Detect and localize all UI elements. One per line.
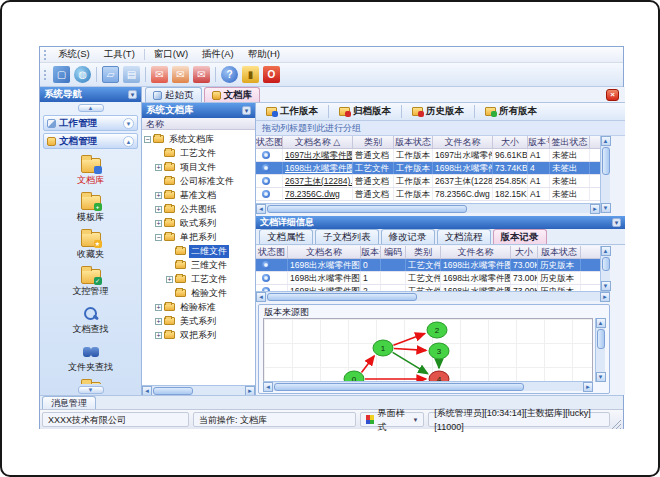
tab-版本记录[interactable]: 版本记录 — [493, 229, 547, 244]
column-header-版本状态[interactable]: 版本状态 — [538, 246, 581, 258]
expand-icon[interactable]: + — [155, 304, 162, 311]
mail-forward-icon[interactable]: ✉ — [172, 66, 189, 83]
scroll-right-icon[interactable]: ► — [600, 292, 610, 302]
collapse-icon[interactable]: − — [155, 234, 162, 241]
graph-node-3[interactable]: 3 — [429, 343, 449, 359]
mail-icon[interactable]: ✉ — [151, 66, 168, 83]
sidebar-item-文档库[interactable]: 文档库 — [46, 153, 136, 189]
sidebar-item-文档查找[interactable]: 文档查找 — [46, 301, 136, 338]
monitor-icon[interactable]: ▢ — [53, 66, 70, 83]
version-graph-canvas[interactable]: 01234 — [263, 318, 593, 382]
tree-item-公共图纸[interactable]: +公共图纸 — [142, 202, 255, 216]
scrollbar-thumb[interactable] — [602, 257, 610, 271]
graph-node-1[interactable]: 1 — [373, 340, 393, 356]
scroll-left-icon[interactable]: ◄ — [142, 386, 152, 396]
expand-icon[interactable]: + — [155, 318, 162, 325]
scroll-left-icon[interactable]: ◄ — [256, 292, 266, 302]
version-table-horizontal-scrollbar[interactable]: ◄ ► — [256, 291, 610, 301]
graph-node-2[interactable]: 2 — [427, 322, 447, 338]
column-header-文件名称[interactable]: 文件名称 — [433, 136, 493, 148]
column-header-签出状态[interactable]: 签出状态 — [550, 136, 590, 148]
column-header-大小[interactable]: 大小 — [511, 246, 538, 258]
tree-item-单把系列[interactable]: −单把系列 — [142, 230, 255, 244]
scroll-left-icon[interactable]: ◄ — [263, 382, 273, 392]
column-header-文件名称[interactable]: 文件名称 — [441, 246, 511, 258]
pin-icon[interactable]: ▾ — [128, 90, 137, 99]
button-历史版本[interactable]: 历史版本 — [406, 104, 470, 119]
tree-item-基准文档[interactable]: +基准文档 — [142, 188, 255, 202]
tab-文档流程[interactable]: 文档流程 — [437, 229, 491, 244]
table-row[interactable]: 1697出水嘴零件图.dwg普通文档工作版本1697出水嘴零件图.dwg96.6… — [256, 149, 600, 162]
menu-item-5[interactable]: 帮助(H) — [241, 47, 287, 62]
scroll-right-icon[interactable]: ► — [583, 382, 593, 392]
sidebar-item-模板库[interactable]: +模板库 — [46, 190, 136, 226]
resize-grip[interactable] — [612, 419, 621, 429]
scrollbar-thumb[interactable] — [267, 205, 467, 213]
tree-item-检验标准[interactable]: +检验标准 — [142, 300, 255, 314]
globe-icon[interactable]: ◍ — [74, 66, 91, 83]
scroll-right-icon[interactable]: ► — [245, 386, 255, 396]
scrollbar-thumb[interactable] — [267, 293, 417, 301]
power-icon[interactable]: O — [263, 66, 280, 83]
scroll-down-icon[interactable]: ▼ — [596, 372, 606, 382]
column-header-类别[interactable]: 类别 — [353, 136, 394, 148]
tree-item-工艺文件[interactable]: 工艺文件 — [142, 146, 255, 160]
collapse-icon[interactable]: − — [144, 136, 151, 143]
column-header-编码[interactable]: 编码 — [381, 246, 406, 258]
folder-icon[interactable]: ▱ — [102, 66, 119, 83]
scroll-up-icon[interactable]: ▲ — [596, 318, 606, 328]
column-header-文档名称[interactable]: 文档名称 △ — [283, 136, 353, 148]
table-row[interactable]: 2637主体(12284).dwg普通文档工作版本2637主体(12284).d… — [256, 175, 600, 188]
tab-文档库[interactable]: 文档库 — [204, 87, 261, 102]
table-row[interactable]: 1698出水嘴零件图.dwg工艺文件工作版本1698出水嘴零件图.dwg73.7… — [256, 162, 600, 175]
scroll-up-icon[interactable]: ▲ — [601, 136, 611, 146]
column-header-状态图[interactable]: 状态图 — [256, 246, 288, 258]
chevron-down-icon[interactable]: ▼ — [123, 118, 134, 129]
tab-文档属性[interactable]: 文档属性 — [259, 229, 313, 244]
button-归档版本[interactable]: 归档版本 — [333, 104, 397, 119]
menu-item-3[interactable]: 窗口(W) — [147, 47, 195, 62]
version-table-vertical-scrollbar[interactable]: ▲ ▼ — [600, 246, 610, 291]
folder-computer-icon[interactable]: ▤ — [123, 66, 140, 83]
tab-子文档列表[interactable]: 子文档列表 — [315, 229, 379, 244]
tree-item-工艺文件[interactable]: +工艺文件 — [142, 272, 255, 286]
column-header-状态图[interactable]: 状态图 — [256, 136, 283, 148]
pin-icon[interactable]: ▾ — [612, 218, 621, 227]
tree-item-三维文件[interactable]: 三维文件 — [142, 258, 255, 272]
scrollbar-thumb[interactable] — [597, 329, 605, 349]
scroll-right-icon[interactable]: ► — [590, 204, 600, 214]
expand-icon[interactable]: + — [155, 164, 162, 171]
mail-delete-icon[interactable]: ✉ — [193, 66, 210, 83]
button-工作版本[interactable]: 工作版本 — [260, 104, 324, 119]
button-所有版本[interactable]: 所有版本 — [479, 104, 543, 119]
scroll-down-icon[interactable]: ▼ — [601, 281, 611, 291]
collapse-down-button[interactable]: ▼ — [78, 386, 104, 394]
scrollbar-thumb[interactable] — [153, 387, 193, 395]
sidebar-item-文控管理[interactable]: ✓文控管理 — [46, 264, 136, 300]
close-icon[interactable]: × — [606, 89, 619, 101]
tree-horizontal-scrollbar[interactable]: ◄ ► — [142, 385, 255, 395]
tree-item-美式系列[interactable]: +美式系列 — [142, 314, 255, 328]
pin-icon[interactable]: ▾ — [242, 106, 251, 115]
table-row[interactable]: 1698出水嘴零件图.dwg1工艺文件1698出水嘴零件图.dwg73.00KB… — [256, 272, 600, 285]
scroll-up-icon[interactable]: ▲ — [601, 246, 611, 256]
column-header-版本号[interactable]: 版本号 — [361, 246, 381, 258]
scrollbar-thumb[interactable] — [602, 147, 610, 175]
tab-修改记录[interactable]: 修改记录 — [381, 229, 435, 244]
menu-item-1[interactable]: 系统(S) — [51, 47, 97, 62]
lock-icon[interactable]: ▮ — [242, 66, 259, 83]
tree-item-公司标准文件[interactable]: 公司标准文件 — [142, 174, 255, 188]
column-header-类别[interactable]: 类别 — [406, 246, 441, 258]
column-header-版本号[interactable]: 版本号 — [528, 136, 550, 148]
scroll-down-icon[interactable]: ▼ — [601, 203, 611, 213]
tree-item-检验文件[interactable]: 检验文件 — [142, 286, 255, 300]
sidebar-group-1[interactable]: 工作管理▼ — [43, 115, 138, 131]
tree-column-header[interactable]: 名称 — [142, 118, 255, 130]
sidebar-item-签出的文档[interactable]: ✓签出的文档 — [46, 377, 136, 384]
tab-message-manager[interactable]: 消息管理 — [42, 396, 96, 409]
expand-icon[interactable]: + — [155, 206, 162, 213]
expand-icon[interactable]: + — [155, 192, 162, 199]
tree-item-欧式系列[interactable]: +欧式系列 — [142, 216, 255, 230]
ui-style-selector[interactable]: 界面样式 ▼ — [360, 412, 424, 427]
tree-item-项目文件[interactable]: +项目文件 — [142, 160, 255, 174]
